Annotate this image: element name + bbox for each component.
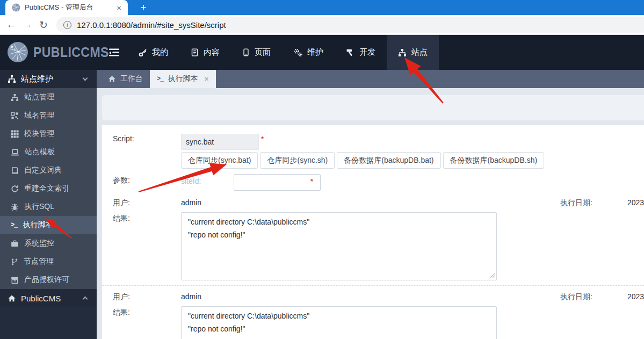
user-value: admin	[181, 198, 201, 207]
publiccms-logo-icon	[7, 41, 28, 63]
exec-date-label: 执行日期:	[560, 198, 592, 208]
sidebar-item-site-template[interactable]: 站点模板	[0, 143, 97, 161]
mobile-icon	[242, 48, 250, 56]
script-preset-buttons: 仓库同步(sync.bat) 仓库同步(sync.sh) 备份数据库(backu…	[181, 152, 544, 169]
sidebar-item-custom-dict[interactable]: 自定义词典	[0, 161, 97, 179]
home-icon	[8, 294, 16, 302]
briefcase-icon	[11, 240, 19, 248]
required-asterisk: *	[261, 135, 264, 143]
page-info-icon[interactable]: i	[63, 21, 71, 29]
chevron-down-icon	[83, 76, 88, 81]
required-asterisk: *	[310, 177, 313, 185]
sidebar-item-module-manage[interactable]: 模块管理	[0, 125, 97, 143]
topnav-item-maintain[interactable]: 维护	[282, 35, 335, 70]
url-bar[interactable]: i 127.0.0.1:8080/admin/#site_sysSite/scr…	[56, 17, 644, 33]
preset-backupdb-sh-button[interactable]: 备份数据库(backupDB.sh)	[443, 152, 545, 169]
sitemap-icon	[11, 93, 19, 102]
topnav-item-my[interactable]: 我的	[127, 35, 179, 70]
sidebar-menu: 站点管理 域名管理 模块管理 站点模板 自定义词典 重建全文索引 执行SQL >…	[0, 88, 97, 289]
result-textarea[interactable]: "current directory C:\data\publiccms" "r…	[181, 212, 497, 280]
sidebar-toggle-button[interactable]	[101, 35, 127, 70]
result-label: 结果:	[113, 214, 130, 223]
exec-date-value: 2023	[627, 292, 644, 301]
key-icon	[139, 48, 147, 57]
exec-date-value: 2023	[627, 198, 644, 207]
grid-icon	[11, 130, 19, 138]
record-separator	[102, 285, 644, 286]
sidebar-item-run-sql[interactable]: 执行SQL	[0, 198, 97, 216]
params-label: 参数:	[113, 176, 130, 185]
param-name-label: siteId:	[181, 177, 201, 185]
app-logo: PUBLICCMS	[7, 41, 115, 63]
laptop-icon	[11, 148, 19, 156]
brand-text: PUBLICCMS	[33, 45, 109, 60]
sidebar-item-site-manage[interactable]: 站点管理	[0, 88, 97, 106]
site-favicon-icon	[12, 3, 20, 12]
workspace-tabbar: 工作台 >_ 执行脚本 ×	[97, 70, 644, 88]
dev-tools-icon	[346, 48, 354, 57]
qrcode-icon	[11, 112, 19, 120]
sidebar-header[interactable]: 站点维护	[0, 70, 97, 88]
browser-tab-close-icon[interactable]: ×	[114, 3, 124, 12]
topnav-item-page[interactable]: 页面	[231, 35, 282, 70]
tab-run-script[interactable]: >_ 执行脚本 ×	[150, 70, 216, 88]
url-text: 127.0.0.1:8080/admin/#site_sysSite/scrip…	[77, 20, 226, 30]
bug-icon	[11, 203, 19, 211]
script-input[interactable]	[181, 134, 259, 150]
preset-sync-sh-button[interactable]: 仓库同步(sync.sh)	[260, 152, 335, 169]
browser-tab-title: PublicCMS - 管理后台	[25, 3, 114, 12]
tab-workbench[interactable]: 工作台	[101, 70, 150, 88]
archive-icon	[11, 276, 19, 284]
gears-icon	[293, 48, 302, 57]
sidebar-item-domain-manage[interactable]: 域名管理	[0, 106, 97, 125]
sidebar-item-license[interactable]: 产品授权许可	[0, 271, 97, 289]
preset-sync-bat-button[interactable]: 仓库同步(sync.bat)	[181, 152, 258, 169]
content-header-panel	[102, 95, 644, 120]
menu-toggle-icon	[109, 48, 119, 57]
sidebar-item-run-script[interactable]: >_ 执行脚本	[0, 216, 97, 234]
sitemap-icon	[398, 48, 407, 57]
file-icon	[191, 48, 199, 56]
result-label: 结果:	[113, 308, 130, 318]
topnav-item-develop[interactable]: 开发	[335, 35, 387, 70]
result-textarea[interactable]: "current directory C:\data\publiccms" "r…	[181, 306, 497, 339]
topnav-item-content[interactable]: 内容	[179, 35, 231, 70]
reload-icon[interactable]: ↻	[35, 19, 52, 31]
code-branch-icon	[11, 258, 18, 266]
exec-date-label: 执行日期:	[560, 292, 592, 302]
user-label: 用户:	[113, 198, 130, 208]
sitemap-icon	[8, 75, 16, 83]
script-label: Script:	[113, 134, 134, 143]
app-topnav: PUBLICCMS 我的 内容 页面 维护 开发 站点	[0, 35, 644, 70]
browser-tabstrip: PublicCMS - 管理后台 × +	[0, 0, 644, 15]
book-icon	[11, 167, 19, 175]
sidebar-item-rebuild-index[interactable]: 重建全文索引	[0, 179, 97, 198]
resize-handle[interactable]	[490, 273, 495, 278]
terminal-icon: >_	[157, 75, 163, 83]
back-icon[interactable]: ←	[3, 19, 19, 31]
forward-icon[interactable]: →	[19, 19, 35, 31]
preset-backupdb-bat-button[interactable]: 备份数据库(backupDB.bat)	[337, 152, 440, 169]
chevron-up-icon	[83, 297, 88, 302]
browser-tab[interactable]: PublicCMS - 管理后台 ×	[5, 0, 128, 15]
refresh-icon	[11, 185, 19, 193]
home-icon	[108, 75, 116, 83]
user-value: admin	[181, 292, 201, 301]
topnav-menu: 我的 内容 页面 维护 开发 站点	[101, 35, 439, 70]
topnav-item-site[interactable]: 站点	[387, 35, 439, 70]
sidebar-item-node-manage[interactable]: 节点管理	[0, 253, 97, 271]
terminal-icon: >_	[11, 221, 17, 229]
sidebar-footer-publiccms[interactable]: PublicCMS	[0, 289, 97, 307]
sidebar: 站点维护 站点管理 域名管理 模块管理 站点模板 自定义词典 重建全文索引	[0, 70, 97, 339]
sidebar-item-system-monitor[interactable]: 系统监控	[0, 234, 97, 253]
tab-close-icon[interactable]: ×	[204, 75, 208, 83]
user-label: 用户:	[113, 292, 130, 302]
param-siteid-input[interactable]	[234, 174, 321, 191]
new-tab-button[interactable]: +	[135, 0, 151, 15]
